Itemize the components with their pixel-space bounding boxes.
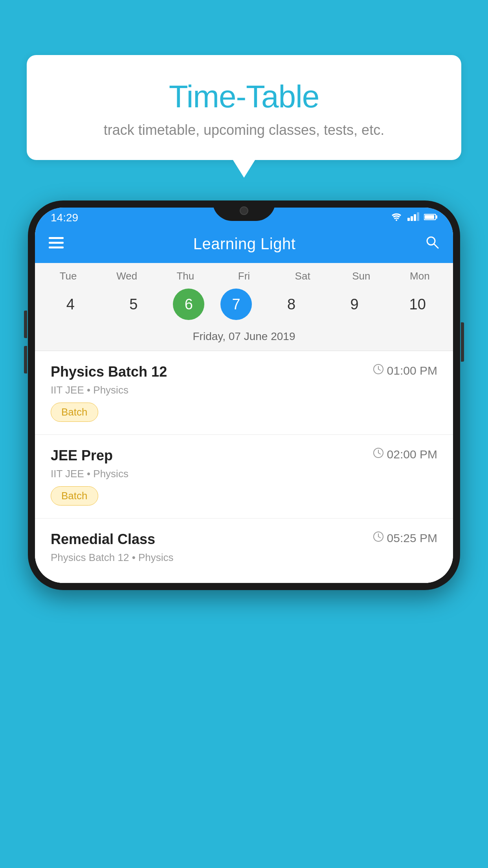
volume-up-button	[24, 311, 27, 338]
class-name: Remedial Class	[51, 531, 155, 548]
svg-rect-9	[49, 242, 64, 244]
svg-line-15	[378, 369, 380, 370]
svg-rect-1	[407, 218, 410, 221]
phone-outer: 14:29	[28, 200, 460, 590]
phone-screen: 14:29	[35, 208, 453, 583]
day-6-today[interactable]: 6	[173, 289, 204, 320]
page-title: Time-Table	[46, 79, 442, 115]
class-subtitle: IIT JEE • Physics	[51, 468, 437, 480]
calendar-strip: Tue Wed Thu Fri Sat Sun Mon 4 5 6 7 8 9 …	[35, 263, 453, 351]
clock-icon	[373, 531, 384, 545]
svg-rect-4	[417, 212, 419, 221]
class-subtitle: Physics Batch 12 • Physics	[51, 552, 437, 564]
batch-badge: Batch	[51, 403, 98, 422]
speech-bubble-container: Time-Table track timetable, upcoming cla…	[27, 55, 461, 160]
svg-rect-6	[436, 215, 437, 219]
svg-rect-3	[414, 214, 416, 221]
class-item-header: Remedial Class 05:25 PM	[51, 531, 437, 548]
app-bar: Learning Light	[35, 227, 453, 263]
app-bar-title: Learning Light	[193, 235, 296, 253]
class-name: Physics Batch 12	[51, 364, 167, 380]
class-time: 02:00 PM	[373, 447, 437, 461]
selected-date-label: Friday, 07 June 2019	[35, 327, 453, 351]
class-item[interactable]: JEE Prep 02:00 PM	[35, 435, 453, 519]
class-item[interactable]: Physics Batch 12 01:00 PM	[35, 351, 453, 435]
svg-rect-8	[49, 237, 64, 239]
day-10[interactable]: 10	[394, 289, 441, 320]
battery-icon	[424, 213, 437, 223]
classes-list: Physics Batch 12 01:00 PM	[35, 351, 453, 583]
search-icon[interactable]	[425, 235, 439, 253]
day-8[interactable]: 8	[268, 289, 315, 320]
phone-notch	[213, 208, 275, 221]
svg-rect-10	[49, 246, 64, 248]
status-bar: 14:29	[35, 208, 453, 227]
class-subtitle: IIT JEE • Physics	[51, 384, 437, 396]
day-label-tue: Tue	[45, 270, 92, 282]
phone-mockup: 14:29	[28, 200, 460, 868]
status-time: 14:29	[51, 211, 78, 224]
clock-icon	[373, 447, 384, 461]
day-label-thu: Thu	[162, 270, 209, 282]
day-label-sat: Sat	[279, 270, 326, 282]
power-button	[461, 322, 464, 362]
day-numbers: 4 5 6 7 8 9 10	[35, 286, 453, 327]
speech-bubble: Time-Table track timetable, upcoming cla…	[27, 55, 461, 160]
svg-point-0	[396, 219, 397, 221]
camera	[240, 208, 248, 215]
class-item[interactable]: Remedial Class 05:25 PM	[35, 519, 453, 583]
day-label-fri: Fri	[220, 270, 268, 282]
class-time: 01:00 PM	[373, 364, 437, 377]
day-5[interactable]: 5	[110, 289, 157, 320]
volume-down-button	[24, 346, 27, 373]
svg-rect-2	[411, 216, 413, 221]
svg-line-21	[378, 537, 380, 538]
signal-icon	[407, 212, 419, 223]
day-label-sun: Sun	[338, 270, 385, 282]
day-headers: Tue Wed Thu Fri Sat Sun Mon	[35, 270, 453, 286]
svg-line-12	[434, 244, 438, 248]
class-name: JEE Prep	[51, 447, 113, 464]
wifi-icon	[390, 212, 403, 223]
day-7-selected[interactable]: 7	[220, 289, 252, 320]
day-label-mon: Mon	[396, 270, 443, 282]
status-icons	[390, 212, 437, 223]
svg-line-18	[378, 453, 380, 454]
class-time: 05:25 PM	[373, 531, 437, 545]
hamburger-icon[interactable]	[49, 237, 64, 251]
svg-rect-7	[425, 215, 434, 219]
class-item-header: JEE Prep 02:00 PM	[51, 447, 437, 464]
batch-badge: Batch	[51, 486, 98, 506]
clock-icon	[373, 364, 384, 377]
day-label-wed: Wed	[103, 270, 150, 282]
day-9[interactable]: 9	[331, 289, 378, 320]
class-item-header: Physics Batch 12 01:00 PM	[51, 364, 437, 380]
day-4[interactable]: 4	[47, 289, 94, 320]
page-subtitle: track timetable, upcoming classes, tests…	[46, 122, 442, 138]
